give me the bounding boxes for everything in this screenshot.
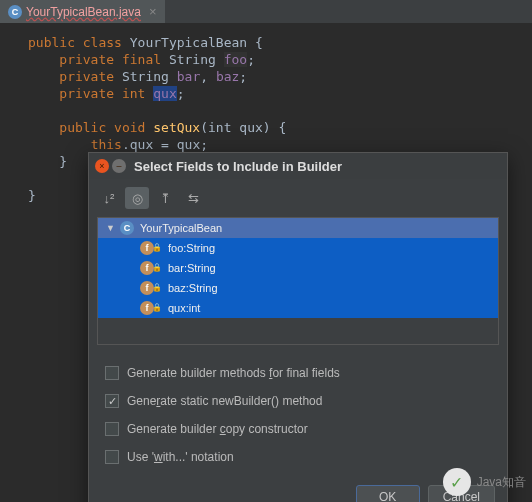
field-icon: f🔒 xyxy=(140,301,154,315)
tree-field-row[interactable]: f🔒 bar:String xyxy=(98,258,498,278)
options-panel: Generate builder methods for final field… xyxy=(89,345,507,477)
tab-bar: C YourTypicalBean.java × xyxy=(0,0,532,24)
lock-icon: 🔒 xyxy=(152,303,162,312)
tree-field-row[interactable]: f🔒 foo:String xyxy=(98,238,498,258)
tree-field-row[interactable]: f🔒 baz:String xyxy=(98,278,498,298)
field-icon: f🔒 xyxy=(140,261,154,275)
collapse-all-icon[interactable]: ⇆ xyxy=(181,187,205,209)
show-classes-icon[interactable]: ◎ xyxy=(125,187,149,209)
expand-all-icon[interactable]: ⤒ xyxy=(153,187,177,209)
select-fields-dialog: × – Select Fields to Include in Builder … xyxy=(88,152,508,502)
watermark-text: Java知音 xyxy=(477,474,526,491)
dialog-toolbar: ↓² ◎ ⤒ ⇆ xyxy=(89,179,507,217)
check-with-notation[interactable]: Use 'with...' notation xyxy=(101,443,495,471)
tree-class-row[interactable]: ▼ C YourTypicalBean xyxy=(98,218,498,238)
watermark: ✓ Java知音 xyxy=(443,468,526,496)
lock-icon: 🔒 xyxy=(152,283,162,292)
tree-class-label: YourTypicalBean xyxy=(140,222,222,234)
dialog-titlebar[interactable]: × – Select Fields to Include in Builder xyxy=(89,153,507,179)
window-minimize-icon[interactable]: – xyxy=(112,159,126,173)
sort-icon[interactable]: ↓² xyxy=(97,187,121,209)
close-tab-icon[interactable]: × xyxy=(149,4,157,19)
class-icon: C xyxy=(120,221,134,235)
dialog-title: Select Fields to Include in Builder xyxy=(134,159,342,174)
check-final-fields[interactable]: Generate builder methods for final field… xyxy=(101,359,495,387)
check-copy-constructor[interactable]: Generate builder copy constructor xyxy=(101,415,495,443)
checkbox-icon[interactable] xyxy=(105,422,119,436)
tab-filename: YourTypicalBean.java xyxy=(26,5,141,19)
editor-tab[interactable]: C YourTypicalBean.java × xyxy=(0,0,165,23)
field-icon: f🔒 xyxy=(140,241,154,255)
lock-icon: 🔒 xyxy=(152,243,162,252)
expand-arrow-icon[interactable]: ▼ xyxy=(106,223,116,233)
ok-button[interactable]: OK xyxy=(356,485,420,502)
checkbox-checked-icon[interactable]: ✓ xyxy=(105,394,119,408)
lock-icon: 🔒 xyxy=(152,263,162,272)
field-icon: f🔒 xyxy=(140,281,154,295)
check-static-newbuilder[interactable]: ✓ Generate static newBuilder() method xyxy=(101,387,495,415)
wechat-icon: ✓ xyxy=(443,468,471,496)
window-close-icon[interactable]: × xyxy=(95,159,109,173)
class-file-icon: C xyxy=(8,5,22,19)
checkbox-icon[interactable] xyxy=(105,366,119,380)
checkbox-icon[interactable] xyxy=(105,450,119,464)
tree-field-row[interactable]: f🔒 qux:int xyxy=(98,298,498,318)
field-tree[interactable]: ▼ C YourTypicalBean f🔒 foo:String f🔒 bar… xyxy=(97,217,499,345)
